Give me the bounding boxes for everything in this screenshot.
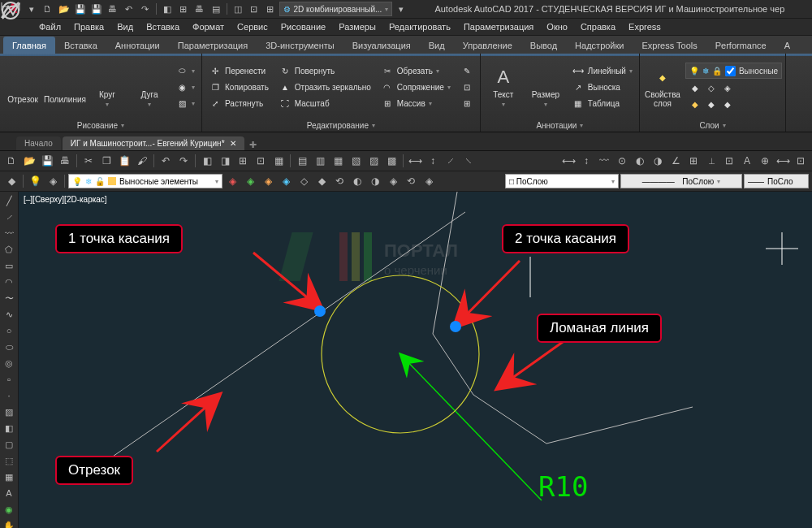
tb-btn[interactable]: ▧ (348, 153, 364, 169)
tb-btn[interactable]: ⟷ (775, 153, 791, 169)
tb-btn[interactable]: ⊡ (793, 153, 809, 169)
layer-tools[interactable]: ◆◆◆ (685, 97, 782, 111)
tb-btn[interactable]: ⊞ (235, 153, 251, 169)
trim-button[interactable]: ✂Обрезать▾ (378, 63, 454, 78)
tab-annot[interactable]: Аннотации (106, 37, 169, 54)
tab-3d[interactable]: 3D-инструменты (257, 37, 343, 54)
tb-layer-icon[interactable]: ◈ (45, 173, 61, 189)
tb-btn[interactable]: ⊡ (721, 153, 737, 169)
menu-help[interactable]: Справка (574, 20, 622, 33)
tb-btn[interactable]: ▦ (270, 153, 287, 169)
menu-tools[interactable]: Сервис (231, 20, 274, 33)
tb-btn[interactable]: ∠ (667, 153, 684, 169)
pal-point-icon[interactable]: · (2, 388, 16, 403)
fillet-button[interactable]: ◠Сопряжение▾ (378, 80, 454, 94)
tb-btn[interactable]: ◐ (349, 173, 365, 189)
pal-grad-icon[interactable]: ◧ (2, 421, 16, 435)
pal-block-icon[interactable]: ▫ (2, 372, 16, 387)
tb-btn[interactable]: ⟷ (407, 153, 423, 169)
menu-express[interactable]: Express (622, 20, 667, 33)
doctab-home[interactable]: Начало (16, 136, 61, 150)
tb-cut-icon[interactable]: ✂ (80, 153, 97, 169)
pal-rev-icon[interactable]: ∿ (2, 307, 16, 322)
tb-btn[interactable]: ↕ (425, 153, 441, 169)
tb-paste-icon[interactable]: 📋 (116, 153, 132, 169)
qat-open-icon[interactable]: 📂 (57, 2, 71, 16)
tb-match-icon[interactable]: 🖌 (134, 153, 150, 169)
pal-rect-icon[interactable]: ▭ (2, 258, 16, 273)
tb-btn[interactable]: ◈ (224, 173, 240, 189)
pal-table-icon[interactable]: ▦ (2, 470, 16, 484)
draw-misc[interactable]: ⬭▾ (172, 63, 198, 78)
tb-btn[interactable]: ⟲ (403, 173, 419, 189)
qat-btn[interactable]: ⊡ (247, 2, 261, 16)
tb-btn[interactable]: ◇ (296, 173, 312, 189)
tab-perf[interactable]: Performance (706, 37, 775, 54)
tab-view[interactable]: Вид (420, 37, 454, 54)
copy-button[interactable]: ❐Копировать (205, 80, 272, 94)
tb-btn[interactable]: ◐ (632, 153, 648, 169)
qat-more-icon[interactable]: ▾ (394, 2, 408, 16)
draw-misc[interactable]: ◉▾ (172, 80, 198, 94)
tab-param[interactable]: Параметризация (169, 37, 257, 54)
qat-btn[interactable]: ▤ (209, 2, 223, 16)
tb-btn[interactable]: ◨ (217, 153, 233, 169)
qat-print-icon[interactable]: 🖶 (192, 2, 207, 16)
pal-region-icon[interactable]: ▢ (2, 437, 16, 452)
tb-print-icon[interactable]: 🖶 (57, 153, 73, 169)
qat-btn[interactable]: ⊞ (263, 2, 278, 16)
workspace-selector[interactable]: ⚙ 2D комбинированный... ▾ (279, 2, 393, 16)
qat-new-icon[interactable]: ▾ (24, 2, 39, 16)
rotate-button[interactable]: ↻Повернуть (275, 63, 374, 78)
layer-props-button[interactable]: ◆Свойства слоя (643, 63, 682, 111)
tb-new-icon[interactable]: 🗋 (3, 153, 19, 169)
mirror-button[interactable]: ▲Отразить зеркально (275, 80, 374, 94)
lineweight-dropdown[interactable]: —— ПоСло (744, 174, 809, 188)
table-button[interactable]: ▦Таблица (568, 96, 636, 110)
tb-btn[interactable]: ⊡ (253, 153, 269, 169)
qat-saveas-icon[interactable]: 💾 (89, 2, 104, 16)
tb-btn[interactable]: ⟍ (460, 153, 477, 169)
draw-misc[interactable]: ▨▾ (172, 96, 198, 110)
tb-btn[interactable]: ◈ (421, 173, 437, 189)
qat-btn[interactable]: ⊞ (176, 2, 191, 16)
pal-donut-icon[interactable]: ◎ (2, 356, 16, 370)
tb-redo-icon[interactable]: ↷ (175, 153, 192, 169)
pal-pan-icon[interactable]: ✋ (2, 518, 16, 528)
leaders-checkbox[interactable] (725, 66, 736, 76)
tab-vis[interactable]: Визуализация (343, 37, 420, 54)
qat-new-icon[interactable]: 🗋 (41, 2, 55, 16)
leader-button[interactable]: ↗Выноска (568, 80, 636, 94)
menu-edit[interactable]: Правка (67, 20, 110, 33)
tb-btn[interactable]: ◈ (260, 173, 276, 189)
tb-save-icon[interactable]: 💾 (39, 153, 55, 169)
tb-open-icon[interactable]: 📂 (21, 153, 37, 169)
tb-btn[interactable]: ⟋ (443, 153, 459, 169)
tb-btn[interactable]: ◈ (385, 173, 401, 189)
tb-btn[interactable]: ⟂ (703, 153, 719, 169)
tb-undo-icon[interactable]: ↶ (158, 153, 174, 169)
tb-btn[interactable]: ⊙ (614, 153, 630, 169)
text-button[interactable]: AТекст▾ (484, 63, 523, 111)
tab-a[interactable]: A (775, 37, 799, 54)
layer-selector[interactable]: 💡❄🔒 Выносные (685, 63, 782, 79)
color-dropdown[interactable]: □ ПоСлою▾ (505, 174, 619, 188)
tab-addins[interactable]: Надстройки (566, 37, 633, 54)
pal-text-icon[interactable]: A (2, 486, 16, 500)
arc-button[interactable]: Дуга▾ (130, 63, 169, 111)
dimension-button[interactable]: Размер▾ (526, 63, 565, 111)
circle-button[interactable]: Круг▾ (88, 63, 127, 111)
tab-insert[interactable]: Вставка (55, 37, 106, 54)
drawing-canvas[interactable]: [–][Сверху][2D-каркас] ПОРТАЛ о черчении (19, 192, 812, 528)
qat-undo-icon[interactable]: ↶ (122, 2, 136, 16)
menu-insert[interactable]: Вставка (140, 20, 186, 33)
pal-xline-icon[interactable]: ⟋ (2, 210, 16, 224)
tb-layer-icon[interactable]: ◆ (3, 173, 19, 189)
tab-manage[interactable]: Управление (454, 37, 521, 54)
menu-window[interactable]: Окно (540, 20, 574, 33)
qat-save-icon[interactable]: 💾 (73, 2, 88, 16)
stretch-button[interactable]: ⤢Растянуть (205, 96, 272, 110)
tb-btn[interactable]: ◧ (199, 153, 215, 169)
tb-btn[interactable]: ▨ (365, 153, 382, 169)
line-button[interactable]: Отрезок (3, 63, 42, 111)
